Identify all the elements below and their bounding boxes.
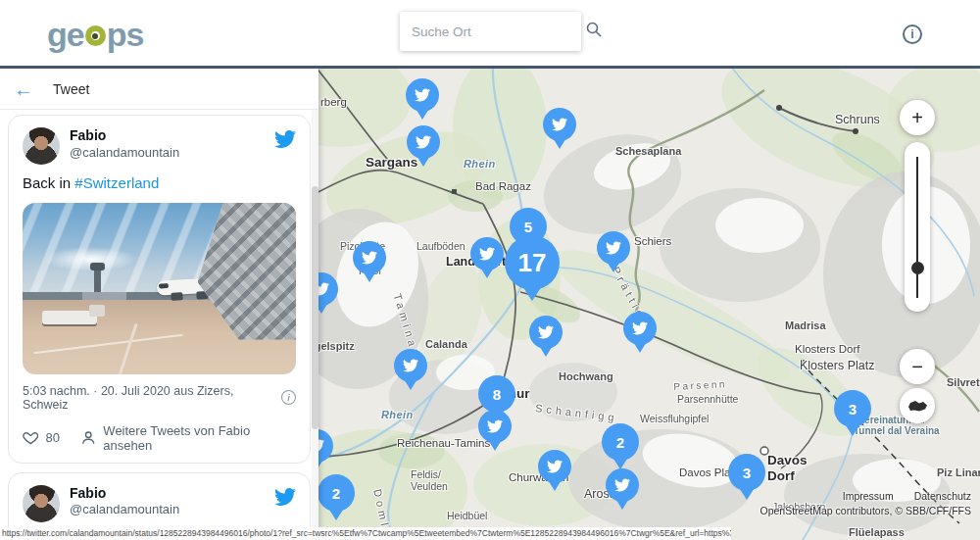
map-label: Flüelapass (849, 526, 905, 538)
tweet-map-pin[interactable] (529, 316, 563, 349)
tweet-list: Fabio @calandamountain Back in #Switzerl… (0, 110, 318, 540)
map-label: Ringelspitz (318, 340, 355, 352)
hashtag-link[interactable]: #Switzerland (74, 174, 159, 191)
map-label: Heidbüel (447, 510, 487, 521)
map-label: Reichenau-Tamins (397, 437, 490, 449)
map-canvas[interactable]: rbergSargansRheinBad RagazSchrunsSchesap… (318, 69, 980, 540)
impressum-link[interactable]: Impressum (843, 490, 894, 502)
tweet-map-pin[interactable] (597, 231, 630, 265)
switzerland-shape-icon (906, 399, 928, 413)
map-label: Silvretta (947, 376, 980, 388)
twitter-bird-icon (416, 134, 431, 150)
tweet-map-pin[interactable] (623, 312, 657, 345)
app: geps i ← Tweet Fabio @calandamountain (0, 0, 980, 540)
info-icon: i (910, 27, 913, 41)
author-block: Fabio @calandamountain (70, 127, 274, 161)
panel-header: ← Tweet (0, 69, 318, 110)
map-label: Schruns (835, 113, 880, 126)
tweet-info-icon[interactable]: i (281, 390, 296, 405)
twitter-bird-icon (606, 240, 621, 256)
map-label: rberg (320, 96, 347, 108)
map-label: Laufböden (416, 240, 466, 252)
logo-text-ge: ge (47, 16, 84, 54)
twitter-bird-icon (318, 281, 329, 297)
tweet-map-pin[interactable] (394, 349, 427, 382)
search-input[interactable] (412, 25, 585, 39)
zoom-slider[interactable] (905, 142, 930, 312)
twitter-bird-icon[interactable] (274, 128, 296, 154)
author-handle[interactable]: @calandamountain (70, 145, 274, 161)
twitter-bird-icon (538, 324, 554, 340)
search-icon[interactable] (585, 21, 603, 42)
search-box[interactable] (400, 12, 581, 51)
tweet-map-pin[interactable] (353, 241, 386, 274)
tweet-map-pin[interactable] (407, 125, 440, 159)
fit-switzerland-button[interactable] (900, 388, 935, 423)
author-handle[interactable]: @calandamountain (70, 502, 274, 517)
twitter-bird-icon (362, 250, 377, 266)
more-tweets-link[interactable]: Weitere Tweets von Fabio ansehen (103, 423, 296, 453)
tweet-card[interactable]: Fabio @calandamountain Back in #Switzerl… (8, 115, 311, 464)
zoom-slider-knob[interactable] (911, 262, 924, 274)
twitter-bird-icon (552, 117, 567, 132)
author-name[interactable]: Fabio (70, 485, 274, 503)
twitter-bird-icon (547, 459, 563, 474)
author-name[interactable]: Fabio (70, 127, 274, 145)
tweet-map-pin[interactable] (543, 108, 576, 141)
tweet-map-pin[interactable] (406, 78, 439, 112)
like-count[interactable]: 80 (45, 430, 59, 445)
tweet-cluster-pin[interactable]: 17 (505, 235, 560, 290)
tweet-cluster-pin[interactable]: 3 (728, 454, 765, 491)
datenschutz-link[interactable]: Datenschutz (914, 490, 971, 502)
heart-icon[interactable] (23, 429, 38, 446)
tweet-cluster-pin[interactable]: 2 (602, 423, 639, 461)
map-label: Madrisa (785, 319, 826, 331)
map-label: Schesaplana (615, 145, 681, 157)
tweet-cluster-pin[interactable]: 3 (834, 390, 871, 427)
map-label: Piz Linard (937, 466, 980, 478)
map-label: Parsennhütte (677, 393, 738, 405)
map-controls: + − (900, 100, 935, 453)
map-label: Dorf (767, 468, 795, 483)
tweet-header: Fabio @calandamountain (23, 485, 296, 522)
tweet-photo-airport[interactable] (23, 203, 296, 374)
tweet-cluster-pin[interactable]: 2 (318, 474, 355, 512)
map-label: Weissfluhgipfel (640, 413, 709, 424)
sidebar-scrollbar-thumb[interactable] (312, 186, 318, 429)
map-label: Rhein (464, 158, 496, 170)
map-label: Feldis/ (411, 468, 441, 480)
tweet-map-pin[interactable] (318, 272, 338, 306)
person-icon (80, 429, 96, 446)
tweet-map-pin[interactable] (318, 429, 333, 463)
twitter-bird-icon (415, 87, 430, 103)
twitter-bird-icon (614, 477, 630, 493)
tweet-map-pin[interactable] (538, 450, 571, 483)
twitter-bird-icon[interactable] (274, 486, 296, 512)
map-label: Bad Ragaz (475, 180, 531, 192)
twitter-bird-icon (632, 320, 648, 336)
photo-control-tower (94, 270, 101, 292)
sidebar-scrollbar-track[interactable] (312, 110, 318, 540)
geops-logo[interactable]: geps (47, 16, 143, 54)
zoom-in-button[interactable]: + (900, 100, 935, 135)
twitter-bird-icon (318, 438, 324, 454)
twitter-bird-icon (479, 246, 495, 262)
zoom-out-button[interactable]: − (900, 349, 935, 384)
logo-o-icon (85, 25, 106, 46)
avatar[interactable] (23, 127, 60, 165)
zoom-slider-rail (916, 157, 918, 298)
tweet-timestamp: 5:03 nachm. · 20. Juli 2020 aus Zizers, … (23, 384, 281, 412)
tweet-cluster-pin[interactable]: 8 (478, 375, 515, 413)
tweet-map-pin[interactable] (606, 468, 639, 502)
tweet-map-pin[interactable] (470, 237, 504, 270)
map-label: Schiers (634, 235, 671, 247)
tweet-header: Fabio @calandamountain (23, 127, 296, 165)
back-arrow-icon[interactable]: ← (14, 79, 33, 99)
copyright-text: OpenStreetMap contributors, © SBB/CFF/FF… (760, 505, 971, 516)
avatar[interactable] (23, 485, 60, 522)
header: geps i (0, 0, 980, 69)
info-button[interactable]: i (903, 25, 922, 44)
map-label: Klosters Dorf (795, 343, 859, 355)
map-label: Veulden (411, 480, 448, 492)
map-label: Hochwang (559, 370, 613, 382)
